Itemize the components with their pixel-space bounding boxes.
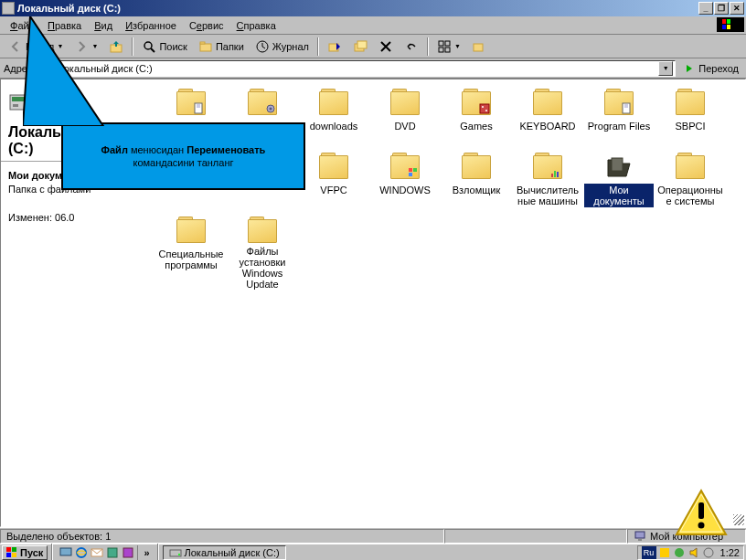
folder-icon <box>676 89 705 118</box>
svg-rect-50 <box>60 548 71 555</box>
folder-label: Вычислительные машины <box>513 184 582 207</box>
status-bar: Выделено объектов: 1 Мой компьютер <box>0 527 746 544</box>
desktop-icon[interactable] <box>59 545 73 560</box>
quicklaunch-overflow[interactable]: » <box>140 547 153 558</box>
tray-icon-volume[interactable] <box>687 546 700 559</box>
svg-point-31 <box>482 106 484 108</box>
callout-text-2: командасини танланг <box>133 157 234 168</box>
folder-icon <box>533 89 562 118</box>
svg-rect-48 <box>6 553 11 557</box>
svg-rect-0 <box>722 19 726 24</box>
taskbar: Пуск » Локальный диск (C:) Ru 1:22 <box>0 544 746 560</box>
svg-rect-58 <box>660 548 669 557</box>
views-button[interactable]: ▼ <box>432 37 465 57</box>
goto-button[interactable] <box>467 37 491 57</box>
computer-icon <box>634 530 646 543</box>
folder-item[interactable]: Файлы установки Windows Update <box>227 215 298 279</box>
close-button[interactable]: ✕ <box>730 2 744 15</box>
svg-rect-16 <box>445 48 450 52</box>
svg-rect-36 <box>409 168 412 172</box>
folder-icon <box>604 89 634 118</box>
folder-item[interactable]: VFPC <box>298 151 369 215</box>
delete-button[interactable] <box>374 37 398 57</box>
go-button[interactable]: Переход <box>679 62 742 75</box>
svg-rect-44 <box>635 532 645 538</box>
menu-tools[interactable]: Сервис <box>183 18 230 33</box>
search-button[interactable]: Поиск <box>137 37 191 57</box>
svg-rect-37 <box>413 168 417 172</box>
tray-icon-1[interactable] <box>658 546 671 559</box>
menu-favorites[interactable]: Избранное <box>119 18 183 33</box>
svg-point-51 <box>77 548 86 557</box>
folder-item[interactable]: Вычислительные машины <box>512 151 583 215</box>
tray-icon-3[interactable] <box>702 546 715 559</box>
folder-item[interactable]: Мои документы <box>583 151 655 215</box>
minimize-button[interactable]: _ <box>698 2 713 15</box>
folder-icon <box>604 153 634 182</box>
start-button[interactable]: Пуск <box>2 545 48 560</box>
folder-item[interactable]: Операционные системы <box>655 151 726 215</box>
folder-label: KEYBOARD <box>517 120 577 132</box>
folder-item[interactable]: downloads <box>298 87 369 151</box>
folder-label: Файлы установки Windows Update <box>228 245 297 291</box>
svg-rect-1 <box>727 19 730 24</box>
svg-rect-2 <box>722 25 726 29</box>
folder-item[interactable]: SBPCI <box>655 87 726 151</box>
folder-item[interactable]: DVD <box>369 87 441 151</box>
svg-rect-43 <box>612 158 623 171</box>
app2-icon[interactable] <box>121 545 135 560</box>
copy-to-button[interactable] <box>348 37 372 57</box>
svg-rect-38 <box>409 173 412 176</box>
svg-marker-61 <box>23 16 103 126</box>
window-title: Локальный диск (C:) <box>17 3 698 14</box>
folder-label: Взломщик <box>451 184 503 196</box>
svg-rect-40 <box>551 174 553 177</box>
app-icon[interactable] <box>105 545 120 560</box>
folder-item[interactable]: Games <box>441 87 512 151</box>
address-value: Локальный диск (C:) <box>58 63 655 74</box>
folder-label: Program Files <box>586 120 652 132</box>
folder-icon <box>462 153 491 182</box>
svg-rect-55 <box>123 548 133 557</box>
svg-rect-41 <box>554 171 556 177</box>
folder-label: Специальные программы <box>156 248 226 271</box>
folder-item[interactable]: KEYBOARD <box>512 87 583 151</box>
folder-icon <box>462 89 491 118</box>
language-indicator[interactable]: Ru <box>642 546 656 559</box>
svg-rect-42 <box>557 172 559 177</box>
taskbar-task-explorer[interactable]: Локальный диск (C:) <box>163 545 286 560</box>
svg-rect-45 <box>638 539 642 541</box>
address-input[interactable]: Локальный диск (C:) ▼ <box>38 60 677 77</box>
folder-label: Операционные системы <box>655 184 725 207</box>
svg-rect-12 <box>357 41 367 48</box>
folder-item[interactable]: Program Files <box>583 87 655 151</box>
outlook-icon[interactable] <box>90 545 104 560</box>
resize-grip[interactable] <box>733 514 744 525</box>
svg-rect-39 <box>413 173 417 176</box>
folder-item[interactable]: Взломщик <box>441 151 512 215</box>
move-to-button[interactable] <box>323 37 346 57</box>
folder-icon <box>676 153 705 182</box>
svg-rect-15 <box>439 48 443 52</box>
address-dropdown-button[interactable]: ▼ <box>658 61 673 76</box>
windows-logo-icon <box>717 17 744 32</box>
tray-icon-2[interactable] <box>673 546 686 559</box>
folder-item[interactable]: WINDOWS <box>369 151 441 215</box>
svg-point-5 <box>144 42 152 49</box>
ie-icon[interactable] <box>74 545 89 560</box>
maximize-button[interactable]: ❐ <box>714 2 729 15</box>
svg-rect-64 <box>698 502 704 519</box>
menu-help[interactable]: Справка <box>230 18 282 33</box>
svg-point-57 <box>178 554 180 555</box>
undo-button[interactable] <box>400 37 423 57</box>
callout-arrow <box>23 16 123 128</box>
folder-icon <box>533 153 562 182</box>
folder-item[interactable]: Специальные программы <box>155 215 227 279</box>
svg-rect-13 <box>439 41 443 46</box>
callout-bold-2: Переименовать <box>186 144 265 155</box>
svg-rect-54 <box>108 548 117 557</box>
history-button[interactable]: Журнал <box>250 37 314 57</box>
svg-rect-46 <box>6 547 11 552</box>
folders-button[interactable]: Папки <box>194 37 249 57</box>
drive-icon <box>2 2 15 15</box>
